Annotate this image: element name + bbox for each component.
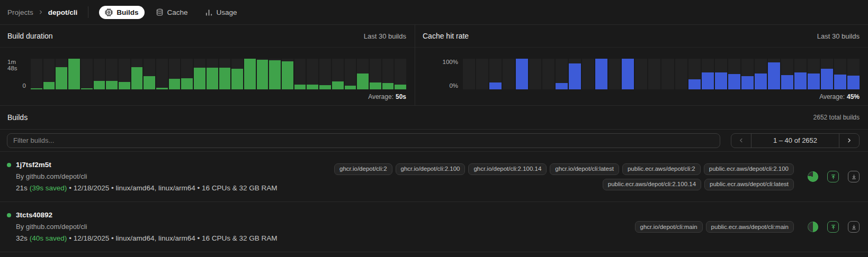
chart-bar: [768, 62, 780, 89]
chart-bar-slot[interactable]: [834, 59, 846, 89]
chart-bar-slot[interactable]: [569, 59, 581, 89]
chart-bar-slot[interactable]: [794, 59, 807, 89]
chart-bar: [31, 88, 42, 89]
chart-bar-slot[interactable]: [207, 59, 218, 89]
y-axis-min-label: 0: [23, 83, 26, 89]
pagination-next-button[interactable]: [839, 134, 859, 148]
build-author: By github.com/depot/cli: [16, 222, 635, 232]
chevron-right-icon: [38, 10, 43, 15]
chart-bar-slot[interactable]: [781, 59, 793, 89]
chart-bar-slot[interactable]: [131, 59, 143, 89]
total-builds-count: 2652 total builds: [813, 114, 860, 121]
chart-bar-slot[interactable]: [542, 59, 554, 89]
chart-bar-slot[interactable]: [119, 59, 130, 89]
chart-bar-slot[interactable]: [516, 59, 528, 89]
chart-bar-slot[interactable]: [319, 59, 331, 89]
chart-bar: [207, 68, 218, 89]
build-row[interactable]: 1j7tsf2m5tBy github.com/depot/cli21s(39s…: [0, 152, 868, 202]
chart-bar-slot[interactable]: [675, 59, 687, 89]
chart-bar-slot[interactable]: [194, 59, 205, 89]
chart-bar-slot[interactable]: [741, 59, 754, 89]
chart-bar-slot[interactable]: [609, 59, 621, 89]
average-label: Average:: [368, 93, 393, 100]
chart-bar-slot[interactable]: [489, 59, 502, 89]
build-stats-line: 32s(40s saved)• 12/18/2025 • linux/amd64…: [16, 233, 635, 244]
image-tag-chip: public.ecr.aws/depot/cli:2: [622, 163, 701, 175]
chevron-left-icon: [738, 137, 744, 143]
chart-bar-slot[interactable]: [357, 59, 369, 89]
build-id: 1j7tsf2m5t: [16, 160, 51, 170]
chart-bar-slot[interactable]: [702, 59, 714, 89]
cache-hit-rate-range-label: Last 30 builds: [817, 32, 860, 40]
download-icon[interactable]: [848, 171, 860, 182]
chart-bar-slot[interactable]: [503, 59, 515, 89]
chart-bar: [94, 81, 105, 89]
chart-bar-slot[interactable]: [370, 59, 381, 89]
chart-bar-slot[interactable]: [463, 59, 475, 89]
chart-bar-slot[interactable]: [728, 59, 740, 89]
chart-bar-slot[interactable]: [345, 59, 356, 89]
chart-bar-slot[interactable]: [847, 59, 860, 89]
tab-builds[interactable]: Builds: [99, 6, 144, 19]
chart-bar-slot[interactable]: [81, 59, 93, 89]
chart-bar-slot[interactable]: [688, 59, 701, 89]
chart-bar-slot[interactable]: [68, 59, 80, 89]
pagination-prev-button[interactable]: [731, 134, 751, 148]
tab-usage[interactable]: Usage: [199, 6, 243, 19]
chart-bar-slot[interactable]: [294, 59, 306, 89]
chart-bar-slot[interactable]: [661, 59, 674, 89]
chart-bar-slot[interactable]: [269, 59, 281, 89]
build-duration-chart: [31, 59, 406, 89]
download-icon[interactable]: [848, 221, 860, 233]
chart-bar-slot[interactable]: [382, 59, 394, 89]
chart-bar-slot[interactable]: [715, 59, 727, 89]
chart-bar-slot[interactable]: [43, 59, 55, 89]
tab-cache[interactable]: Cache: [150, 6, 194, 19]
chart-bar-slot[interactable]: [244, 59, 256, 89]
chart-bar-slot[interactable]: [106, 59, 118, 89]
top-nav: Projects depot/cli Builds: [0, 0, 868, 25]
chart-bar-slot[interactable]: [821, 59, 833, 89]
chart-bar-slot[interactable]: [595, 59, 607, 89]
chart-bar: [741, 76, 754, 89]
cache-hit-rate-panel: Cache hit rate Last 30 builds 100% 0% Av…: [415, 25, 868, 105]
chart-bar-slot[interactable]: [395, 59, 406, 89]
chart-bar: [81, 88, 93, 89]
chart-bar-slot[interactable]: [181, 59, 193, 89]
push-registry-icon[interactable]: [827, 171, 839, 182]
chart-bar: [282, 61, 293, 89]
chart-bar-slot[interactable]: [635, 59, 647, 89]
chart-bar-slot[interactable]: [556, 59, 568, 89]
chart-bar-slot[interactable]: [476, 59, 488, 89]
chart-bar-slot[interactable]: [231, 59, 243, 89]
chart-bar: [357, 74, 369, 89]
chart-bar-slot[interactable]: [144, 59, 155, 89]
build-row[interactable]: 3tcts40892By github.com/depot/cli32s(40s…: [0, 202, 868, 252]
push-registry-icon[interactable]: [827, 221, 839, 233]
chart-bar-slot[interactable]: [529, 59, 541, 89]
chart-bar-slot[interactable]: [94, 59, 105, 89]
chart-bar-slot[interactable]: [307, 59, 318, 89]
chart-bar: [728, 74, 740, 89]
chart-bar-slot[interactable]: [755, 59, 767, 89]
chart-bar-slot[interactable]: [282, 59, 293, 89]
chart-bar-slot[interactable]: [622, 59, 634, 89]
chart-bar-slot[interactable]: [169, 59, 181, 89]
chart-bar: [219, 68, 231, 89]
chart-bar: [834, 75, 846, 89]
chart-bar-slot[interactable]: [768, 59, 780, 89]
build-duration-range-label: Last 30 builds: [364, 32, 406, 40]
chart-bar-slot[interactable]: [582, 59, 594, 89]
chart-bar-slot[interactable]: [156, 59, 168, 89]
chart-bar-slot[interactable]: [31, 59, 42, 89]
chart-bar-slot[interactable]: [332, 59, 344, 89]
chart-bar-slot[interactable]: [808, 59, 820, 89]
filter-builds-input[interactable]: [7, 133, 720, 148]
chart-bar-slot[interactable]: [219, 59, 231, 89]
chevron-right-icon: [846, 137, 852, 143]
chart-bar-slot[interactable]: [648, 59, 660, 89]
breadcrumb-projects[interactable]: Projects: [7, 8, 33, 16]
chart-bar-slot[interactable]: [257, 59, 269, 89]
chart-bar-slot[interactable]: [56, 59, 67, 89]
charts-section: Build duration Last 30 builds 1m 48s 0 A…: [0, 25, 868, 106]
